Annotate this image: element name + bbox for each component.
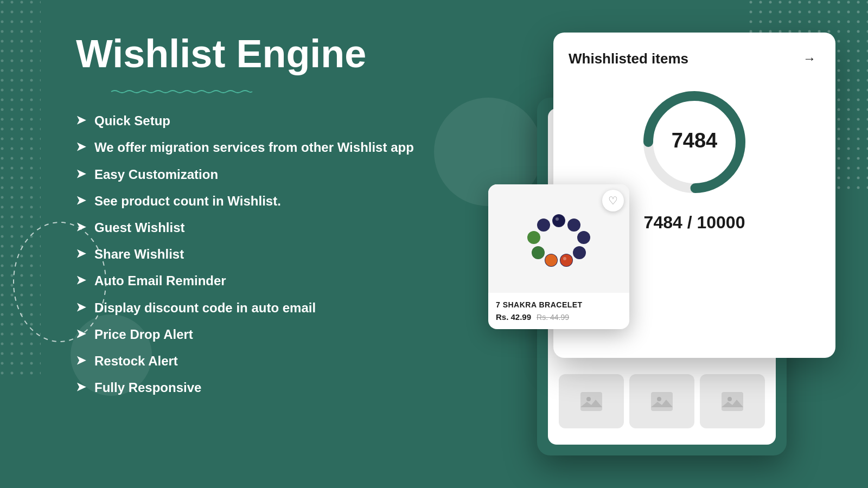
arrow-icon-8: ➤ xyxy=(76,327,86,341)
arrow-icon-4: ➤ xyxy=(76,220,86,234)
svg-point-27 xyxy=(556,217,559,221)
images-row xyxy=(559,374,765,428)
svg-point-22 xyxy=(537,219,550,232)
svg-point-15 xyxy=(567,219,580,232)
svg-point-8 xyxy=(657,397,661,401)
page-title: Wishlist Engine xyxy=(76,33,456,75)
svg-point-28 xyxy=(563,257,566,260)
card-header: Whishlisted items → xyxy=(569,48,820,69)
feature-item-responsive: ➤ Fully Responsive xyxy=(76,379,456,396)
arrow-icon-0: ➤ xyxy=(76,113,86,127)
arrow-icon-7: ➤ xyxy=(76,300,86,314)
feature-text-product-count: See product count in Wishlist. xyxy=(94,192,281,209)
feature-text-quick-setup: Quick Setup xyxy=(94,112,170,129)
svg-rect-9 xyxy=(722,392,743,411)
svg-point-21 xyxy=(527,231,540,244)
svg-point-10 xyxy=(727,397,732,401)
feature-text-auto-email: Auto Email Reminder xyxy=(94,272,226,289)
image-placeholder-1 xyxy=(559,374,624,428)
features-list: ➤ Quick Setup ➤ We offer migration servi… xyxy=(76,112,456,396)
arrow-icon-6: ➤ xyxy=(76,273,86,287)
svg-point-6 xyxy=(586,397,591,401)
arrow-icon-10: ➤ xyxy=(76,380,86,394)
arrow-icon-3: ➤ xyxy=(76,194,86,208)
title-underline xyxy=(76,86,288,91)
product-info: 7 SHAKRA BRACELET Rs. 42.99 Rs. 44.99 xyxy=(488,293,629,329)
donut-chart-container: 7484 xyxy=(569,82,820,202)
donut-center-value: 7484 xyxy=(672,129,718,152)
feature-text-guest-wishlist: Guest Wishlist xyxy=(94,219,184,236)
feature-item-product-count: ➤ See product count in Wishlist. xyxy=(76,192,456,209)
feature-text-restock: Restock Alert xyxy=(94,352,178,369)
svg-point-17 xyxy=(573,246,586,259)
original-price: Rs. 44.99 xyxy=(537,313,569,322)
feature-item-auto-email: ➤ Auto Email Reminder xyxy=(76,272,456,289)
feature-item-discount-code: ➤ Display discount code in auto email xyxy=(76,299,456,316)
left-section: Wishlist Engine ➤ Quick Setup ➤ We offer… xyxy=(76,33,456,396)
placeholder-icon-3 xyxy=(722,392,743,411)
feature-text-responsive: Fully Responsive xyxy=(94,379,201,396)
feature-text-discount-code: Display discount code in auto email xyxy=(94,299,316,316)
image-placeholder-3 xyxy=(700,374,765,428)
svg-point-23 xyxy=(553,215,565,227)
image-placeholder-2 xyxy=(629,374,694,428)
heart-outline-icon: ♡ xyxy=(608,194,618,207)
right-section: ♥ xyxy=(521,33,835,477)
svg-point-26 xyxy=(532,247,544,259)
product-name: 7 SHAKRA BRACELET xyxy=(496,300,622,309)
price-row: Rs. 42.99 Rs. 44.99 xyxy=(496,312,622,322)
arrow-icon-1: ➤ xyxy=(76,140,86,154)
placeholder-icon-1 xyxy=(580,392,602,411)
svg-rect-7 xyxy=(651,392,673,411)
svg-rect-5 xyxy=(580,392,602,411)
card-title: Whishlisted items xyxy=(569,50,688,67)
svg-point-24 xyxy=(560,254,572,266)
arrow-icon-5: ➤ xyxy=(76,247,86,261)
donut-chart: 7484 xyxy=(635,82,754,202)
feature-item-migration: ➤ We offer migration services from other… xyxy=(76,139,456,156)
feature-text-price-drop: Price Drop Alert xyxy=(94,326,193,343)
feature-item-customization: ➤ Easy Customization xyxy=(76,166,456,183)
feature-text-share-wishlist: Share Wishlist xyxy=(94,246,184,262)
card-arrow-icon[interactable]: → xyxy=(799,48,820,69)
arrow-icon-2: ➤ xyxy=(76,167,86,181)
placeholder-icon-2 xyxy=(651,392,673,411)
feature-item-restock: ➤ Restock Alert xyxy=(76,352,456,369)
feature-item-guest-wishlist: ➤ Guest Wishlist xyxy=(76,219,456,236)
product-card: ♡ 7 SHAKRA BRACELET Rs. 42.99 Rs. 44.99 xyxy=(488,184,629,329)
feature-text-customization: Easy Customization xyxy=(94,166,218,183)
bracelet-image xyxy=(510,201,608,277)
arrow-icon-9: ➤ xyxy=(76,354,86,368)
svg-point-25 xyxy=(545,254,557,266)
feature-item-quick-setup: ➤ Quick Setup xyxy=(76,112,456,129)
feature-text-migration: We offer migration services from other W… xyxy=(94,139,414,156)
current-price: Rs. 42.99 xyxy=(496,312,531,322)
wishlist-heart-button[interactable]: ♡ xyxy=(602,190,624,211)
feature-item-share-wishlist: ➤ Share Wishlist xyxy=(76,246,456,262)
feature-item-price-drop: ➤ Price Drop Alert xyxy=(76,326,456,343)
product-image-container: ♡ xyxy=(488,184,629,293)
svg-point-16 xyxy=(577,231,590,244)
